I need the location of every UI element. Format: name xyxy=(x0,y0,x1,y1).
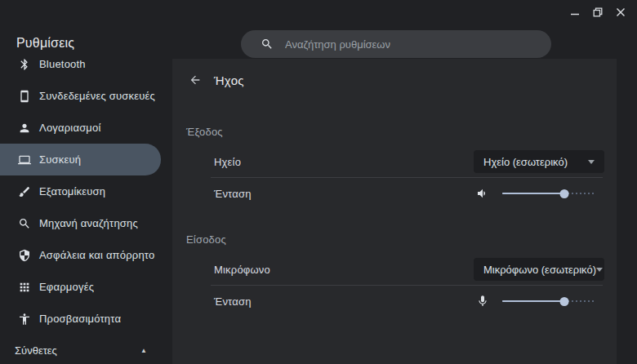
output-volume-row: Ένταση xyxy=(172,178,617,209)
app-title: Ρυθμίσεις xyxy=(16,36,74,51)
slider-knob[interactable] xyxy=(560,297,569,306)
sidebar-item-apps[interactable]: Εφαρμογές xyxy=(0,271,161,303)
microphone-row: Μικρόφωνο Μικρόφωνο (εσωτερικό) xyxy=(172,254,617,285)
sidebar-item-label: Bluetooth xyxy=(39,59,86,70)
slider-track-filled[interactable] xyxy=(502,193,564,194)
microphone-icon xyxy=(476,295,489,308)
sidebar-item-accounts[interactable]: Λογαριασμοί xyxy=(0,112,161,144)
output-volume-label: Ένταση xyxy=(214,188,252,200)
header: Ρυθμίσεις xyxy=(0,0,637,59)
microphone-select[interactable]: Μικρόφωνο (εσωτερικό) xyxy=(474,258,604,281)
titlebar xyxy=(567,0,637,24)
speaker-row: Ηχείο Ηχείο (εσωτερικό) xyxy=(172,146,617,177)
speaker-select[interactable]: Ηχείο (εσωτερικό) xyxy=(474,150,604,173)
person-icon xyxy=(18,122,31,135)
accessibility-icon xyxy=(18,313,31,326)
advanced-label: Σύνθετες xyxy=(15,344,57,357)
page-title: Ήχος xyxy=(214,73,244,87)
sidebar-item-label: Προσβασιμότητα xyxy=(39,313,121,325)
output-volume-slider[interactable] xyxy=(502,189,594,198)
sidebar-item-label: Μηχανή αναζήτησης xyxy=(39,217,138,229)
shield-icon xyxy=(18,249,31,262)
output-section-heading: Έξοδος xyxy=(186,126,617,138)
chevron-down-icon xyxy=(596,268,603,272)
apps-grid-icon xyxy=(18,281,31,294)
sidebar-item-search-engine[interactable]: Μηχανή αναζήτησης xyxy=(0,207,161,239)
back-arrow-icon[interactable] xyxy=(189,73,202,87)
microphone-label: Μικρόφωνο xyxy=(214,264,270,276)
search-input[interactable] xyxy=(285,38,530,51)
sidebar-item-connected-devices[interactable]: Συνδεδεμένες συσκευές xyxy=(0,80,161,112)
sidebar: Bluetooth Συνδεδεμένες συσκευές Λογαριασ… xyxy=(0,59,172,364)
sidebar-item-bluetooth[interactable]: Bluetooth xyxy=(0,59,161,80)
page-header: Ήχος xyxy=(172,59,617,101)
close-icon[interactable] xyxy=(612,4,629,20)
laptop-icon xyxy=(18,153,31,166)
slider-track-filled[interactable] xyxy=(502,300,564,302)
input-section-heading: Είσοδος xyxy=(186,233,617,246)
sidebar-item-label: Συσκευή xyxy=(39,153,81,166)
sidebar-item-label: Εφαρμογές xyxy=(39,281,94,293)
brush-icon xyxy=(18,185,31,198)
sidebar-item-accessibility[interactable]: Προσβασιμότητα xyxy=(0,303,161,335)
input-volume-slider[interactable] xyxy=(502,296,594,306)
slider-knob[interactable] xyxy=(560,189,569,198)
sound-settings-page: Ήχος Έξοδος Ηχείο Ηχείο (εσωτερικό) Έντα… xyxy=(172,59,617,364)
sidebar-item-label: Εξατομίκευση xyxy=(39,185,105,198)
search-icon xyxy=(18,217,31,230)
sidebar-item-label: Ασφάλεια και απόρρητο xyxy=(39,249,154,261)
sidebar-item-device[interactable]: Συσκευή xyxy=(0,144,161,175)
speaker-select-value: Ηχείο (εσωτερικό) xyxy=(483,156,568,168)
sidebar-item-personalization[interactable]: Εξατομίκευση xyxy=(0,175,161,207)
input-volume-row: Ένταση xyxy=(172,286,617,317)
settings-window: Ρυθμίσεις Bluetooth Συνδεδεμένες συσκευέ… xyxy=(0,0,637,364)
sidebar-item-label: Συνδεδεμένες συσκευές xyxy=(39,90,155,102)
speaker-label: Ηχείο xyxy=(214,156,241,168)
speaker-icon xyxy=(476,187,489,200)
search-icon xyxy=(261,38,274,51)
connected-devices-icon xyxy=(18,90,31,103)
bluetooth-icon xyxy=(18,59,31,71)
sidebar-advanced-toggle[interactable]: Σύνθετες ▲ xyxy=(0,335,172,364)
microphone-select-value: Μικρόφωνο (εσωτερικό) xyxy=(483,264,596,276)
chevron-down-icon xyxy=(588,160,595,164)
sidebar-item-security-privacy[interactable]: Ασφάλεια και απόρρητο xyxy=(0,239,161,271)
input-volume-label: Ένταση xyxy=(214,295,252,308)
content-right-gutter xyxy=(617,59,637,364)
sidebar-item-label: Λογαριασμοί xyxy=(39,122,101,134)
minimize-button[interactable] xyxy=(567,4,583,20)
restore-button[interactable] xyxy=(590,4,606,20)
chevron-up-icon: ▲ xyxy=(140,347,147,354)
search-bar[interactable] xyxy=(241,30,551,58)
